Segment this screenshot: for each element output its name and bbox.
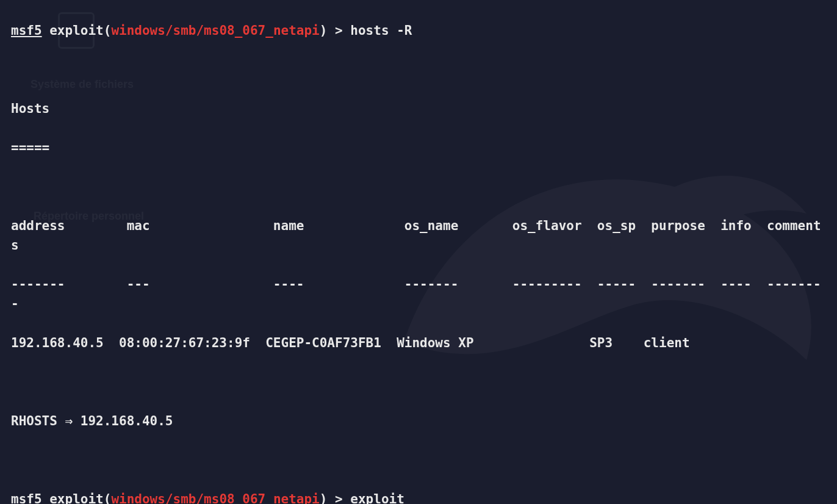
rhosts-line: RHOSTS ⇒ 192.168.40.5 <box>11 411 826 431</box>
prompt-context: exploit( <box>42 492 112 504</box>
prompt-suffix: ) > <box>320 23 351 38</box>
prompt-tool: msf5 <box>11 492 42 504</box>
prompt-line-2: msf5 exploit(windows/smb/ms08_067_netapi… <box>11 489 826 504</box>
prompt-line-1: msf5 exploit(windows/smb/ms08_067_netapi… <box>11 21 826 40</box>
hosts-title: Hosts <box>11 99 826 118</box>
hosts-header: address mac name os_name os_flavor os_sp… <box>11 216 826 255</box>
terminal-output[interactable]: msf5 exploit(windows/smb/ms08_067_netapi… <box>0 0 837 504</box>
hosts-row: 192.168.40.5 08:00:27:67:23:9f CEGEP-C0A… <box>11 333 826 353</box>
prompt-context: exploit( <box>42 23 112 38</box>
command-text: hosts -R <box>350 23 412 38</box>
exploit-path: windows/smb/ms08_067_netapi <box>111 492 319 504</box>
prompt-tool: msf5 <box>11 23 42 38</box>
hosts-header-sep: ------- --- ---- ------- --------- -----… <box>11 275 826 314</box>
exploit-path: windows/smb/ms08_067_netapi <box>111 23 319 38</box>
hosts-underline: ===== <box>11 138 826 157</box>
command-text: exploit <box>350 492 404 504</box>
prompt-suffix: ) > <box>320 492 351 504</box>
